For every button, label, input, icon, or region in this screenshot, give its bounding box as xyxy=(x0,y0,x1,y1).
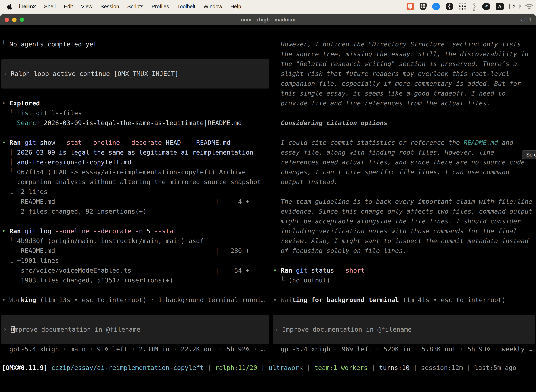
window-shortcut-badge: ⌥⌘1 xyxy=(519,17,532,23)
terminal-line: • Working (11m 13s • esc to interrupt) ·… xyxy=(0,295,271,305)
chevron-circle-icon[interactable] xyxy=(446,3,453,10)
terminal-line: I could cite commit statistics or refere… xyxy=(271,138,536,148)
terminal-line: • Ran git status --short xyxy=(271,266,536,275)
close-button[interactable] xyxy=(5,18,9,22)
terminal-line: slight risk that future readers may over… xyxy=(271,69,536,79)
terminal-line: provide file and line references from th… xyxy=(271,98,536,108)
terminal-line: › Improve documentation in @filename xyxy=(273,325,535,334)
terminal-line xyxy=(271,305,536,315)
terminal-line: companion analysis without altering the … xyxy=(0,177,271,187)
shield-grid-icon[interactable] xyxy=(420,3,427,10)
terminal-line: gpt-5.4 xhigh · main · 91% left · 2.31M … xyxy=(0,344,271,354)
menu-item-help[interactable]: Help xyxy=(230,4,241,9)
terminal-line xyxy=(271,108,536,118)
terminal-line xyxy=(1,79,269,89)
menu-item-view[interactable]: View xyxy=(81,4,92,9)
minimize-button[interactable] xyxy=(12,18,17,22)
terminal-line: changes, I can't cite specific file line… xyxy=(271,167,536,177)
hook-icon[interactable] xyxy=(472,2,477,11)
terminal-line xyxy=(273,315,535,325)
terminal: └ No agents completed yet› Ralph loop ac… xyxy=(0,39,536,392)
menu-item-toolbelt[interactable]: Toolbelt xyxy=(177,4,195,9)
terminal-line xyxy=(0,89,271,98)
terminal-line: references need actual files, and since … xyxy=(271,157,536,167)
menu-item-iterm2[interactable]: iTerm2 xyxy=(19,4,36,9)
terminal-line: │ 2026-03-09-is-legal-the-same-as-legiti… xyxy=(0,148,271,157)
terminal-line: However, I noticed the "Directory Struct… xyxy=(271,39,536,49)
left-pane-terminal[interactable]: └ No agents completed yet› Ralph loop ac… xyxy=(0,39,271,358)
terminal-line: the "Related research writing" section i… xyxy=(271,59,536,69)
terminal-line xyxy=(0,216,271,226)
terminal-line xyxy=(1,59,269,69)
window-title-bar[interactable]: omx --xhigh --madmax ⌥⌘1 xyxy=(0,14,536,25)
terminal-line xyxy=(271,285,536,295)
chat-bubble-icon[interactable] xyxy=(407,3,414,10)
menu-item-shell[interactable]: Shell xyxy=(44,4,56,9)
terminal-line xyxy=(0,49,271,59)
terminal-line xyxy=(1,334,269,344)
terminal-line: › Improve documentation in @filename xyxy=(1,325,269,334)
prompt-input-box[interactable]: › Improve documentation in @filename xyxy=(273,315,535,344)
right-pane-terminal[interactable]: However, I noticed the "Directory Struct… xyxy=(271,39,536,358)
dots-grid-icon[interactable] xyxy=(459,3,466,10)
terminal-line: • Ran git log --oneline --decorate -n 5 … xyxy=(0,226,271,236)
wifi-icon[interactable] xyxy=(525,3,533,10)
terminal-line: └ 4b9d30f (origin/main, instructkr/main,… xyxy=(0,236,271,246)
terminal-line: the source tree, missing the essay. Stil… xyxy=(271,49,536,59)
terminal-line: review. Also, I might want to inspect th… xyxy=(271,236,536,246)
terminal-line: • Explored xyxy=(0,98,271,108)
screen-share-tooltip[interactable]: Scre xyxy=(522,150,536,159)
terminal-line: The team guideline is to back every impo… xyxy=(271,197,536,206)
menu-bar: iTerm2ShellEditViewSessionScriptsProfile… xyxy=(0,0,536,13)
terminal-line: gpt-5.4 xhigh · 96% left · 520K in · 5.8… xyxy=(271,344,536,354)
terminal-line: evidence. Since this change only affects… xyxy=(271,206,536,216)
inject-banner-box: › Ralph loop active continue [OMX_TMUX_I… xyxy=(1,59,269,89)
terminal-line: README.md | 4 + xyxy=(0,197,271,206)
terminal-line: … +2 lines xyxy=(0,187,271,197)
terminal-line: this single essay, it seems like a good … xyxy=(271,89,536,98)
terminal-line: Search 2026-03-09-is-legal-the-same-as-l… xyxy=(0,118,271,128)
apple-menu-icon[interactable] xyxy=(7,3,13,10)
messenger-icon[interactable] xyxy=(432,3,440,10)
menu-item-session[interactable]: Session xyxy=(100,4,119,9)
terminal-line: src/voice/voiceModeEnabled.ts | 54 + xyxy=(0,266,271,275)
terminal-line: › Ralph loop active continue [OMX_TMUX_I… xyxy=(1,69,269,79)
window-controls xyxy=(5,18,24,22)
menu-item-profiles[interactable]: Profiles xyxy=(151,4,169,9)
window-title: omx --xhigh --madmax xyxy=(241,17,295,23)
terminal-line: └ (no output) xyxy=(271,275,536,285)
terminal-line: companion file, especially if more comme… xyxy=(271,79,536,89)
terminal-line: might be acceptable alongside the file l… xyxy=(271,216,536,226)
terminal-line: essay file, along with finding root file… xyxy=(271,148,536,157)
battery-icon[interactable] xyxy=(509,4,519,9)
menu-item-scripts[interactable]: Scripts xyxy=(127,4,144,9)
terminal-line: • Ran git show --stat --oneline --decora… xyxy=(0,138,271,148)
assistant-a-icon[interactable]: A xyxy=(496,3,504,10)
terminal-line xyxy=(0,305,271,315)
terminal-line: README.md | 280 + xyxy=(0,246,271,256)
terminal-line xyxy=(0,285,271,295)
menu-item-edit[interactable]: Edit xyxy=(64,4,73,9)
menu-item-window[interactable]: Window xyxy=(203,4,222,9)
terminal-line: of focusing solely on file lines. xyxy=(271,246,536,256)
terminal-line: 1903 files changed, 513517 insertions(+) xyxy=(0,275,271,285)
terminal-line: output instead. xyxy=(271,177,536,187)
terminal-line xyxy=(271,256,536,266)
screen-share-tooltip-label: Scre xyxy=(526,152,536,158)
prompt-input-box[interactable]: › Improve documentation in @filename xyxy=(1,315,269,344)
terminal-line: │ and-the-erosion-of-copyleft.md xyxy=(0,157,271,167)
terminal-line xyxy=(271,187,536,197)
terminal-line xyxy=(271,128,536,138)
menu-items: iTerm2ShellEditViewSessionScriptsProfile… xyxy=(19,4,241,9)
terminal-line xyxy=(0,128,271,138)
terminal-line xyxy=(1,315,269,325)
zoom-button[interactable] xyxy=(20,18,24,22)
badge-61-icon[interactable]: ..61 xyxy=(482,3,490,10)
terminal-line: 2 files changed, 92 insertions(+) xyxy=(0,206,271,216)
terminal-line: Considering citation options xyxy=(271,118,536,128)
terminal-line xyxy=(273,334,535,344)
terminal-line: including verification notes with those … xyxy=(271,226,536,236)
menu-status-icons: ..61 A xyxy=(407,0,533,13)
iterm2-window: omx --xhigh --madmax ⌥⌘1 └ No agents com… xyxy=(0,14,536,392)
terminal-line: … +1901 lines xyxy=(0,256,271,266)
